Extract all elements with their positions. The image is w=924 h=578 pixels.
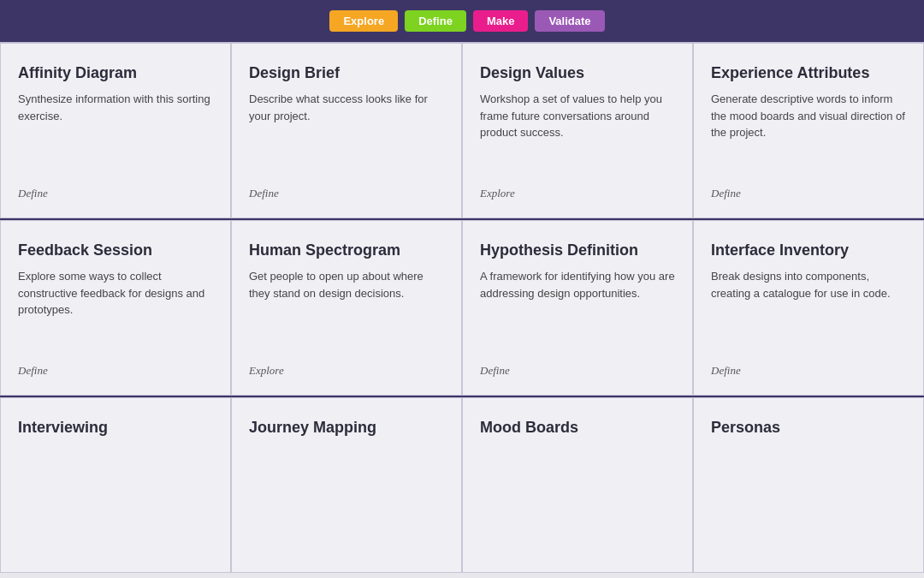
card-title: Interviewing <box>18 419 213 437</box>
card-phase: Define <box>249 187 444 200</box>
card-title: Experience Attributes <box>711 64 906 82</box>
phase-btn-define[interactable]: Define <box>405 10 466 32</box>
card-phase: Define <box>18 187 213 200</box>
card-desc: A framework for identifying how you are … <box>480 268 675 301</box>
card-grid: Affinity DiagramSynthesize information w… <box>0 42 924 573</box>
card-top: Affinity DiagramSynthesize information w… <box>18 64 213 124</box>
card[interactable]: Human SpectrogramGet people to open up a… <box>231 220 462 396</box>
phase-btn-validate[interactable]: Validate <box>535 10 604 32</box>
card-title: Affinity Diagram <box>18 64 213 82</box>
card-desc: Break designs into components, creating … <box>711 268 906 301</box>
card[interactable]: Feedback SessionExplore some ways to col… <box>0 220 231 396</box>
card-desc: Describe what success looks like for you… <box>249 91 444 124</box>
card-top: Interviewing <box>18 419 213 445</box>
card-phase: Define <box>18 364 213 378</box>
card-top: Personas <box>711 419 906 445</box>
phase-btn-explore[interactable]: Explore <box>329 10 398 32</box>
card-title: Hypothesis Definition <box>480 241 675 259</box>
card[interactable]: Hypothesis DefinitionA framework for ide… <box>462 220 693 396</box>
card-title: Personas <box>711 419 906 437</box>
card[interactable]: Journey Mapping <box>231 397 462 573</box>
card-top: Design BriefDescribe what success looks … <box>249 64 444 124</box>
card-title: Design Values <box>480 64 675 82</box>
card-desc: Workshop a set of values to help you fra… <box>480 91 675 141</box>
card[interactable]: Personas <box>693 397 924 573</box>
card-phase: Explore <box>249 364 444 378</box>
card-title: Feedback Session <box>18 241 213 259</box>
card[interactable]: Interface InventoryBreak designs into co… <box>693 220 924 396</box>
card[interactable]: Interviewing <box>0 397 231 573</box>
card-title: Mood Boards <box>480 419 675 437</box>
card[interactable]: Design BriefDescribe what success looks … <box>231 43 462 218</box>
card-phase: Explore <box>480 187 675 200</box>
card[interactable]: Experience AttributesGenerate descriptiv… <box>693 43 924 218</box>
card-phase: Define <box>711 364 906 378</box>
card-title: Journey Mapping <box>249 419 444 437</box>
card-phase: Define <box>480 364 675 378</box>
card-top: Journey Mapping <box>249 419 444 445</box>
phase-buttons: ExploreDefineMakeValidate <box>329 10 604 32</box>
card-top: Feedback SessionExplore some ways to col… <box>18 241 213 319</box>
card[interactable]: Design ValuesWorkshop a set of values to… <box>462 43 693 218</box>
card-top: Design ValuesWorkshop a set of values to… <box>480 64 675 141</box>
card-top: Hypothesis DefinitionA framework for ide… <box>480 241 675 301</box>
card[interactable]: Mood Boards <box>462 397 693 573</box>
header: ExploreDefineMakeValidate <box>0 0 924 42</box>
card-desc: Synthesize information with this sorting… <box>18 91 213 124</box>
card-top: Experience AttributesGenerate descriptiv… <box>711 64 906 141</box>
card-desc: Get people to open up about where they s… <box>249 268 444 301</box>
card-title: Interface Inventory <box>711 241 906 259</box>
card-top: Interface InventoryBreak designs into co… <box>711 241 906 301</box>
phase-btn-make[interactable]: Make <box>473 10 529 32</box>
card-desc: Generate descriptive words to inform the… <box>711 91 906 141</box>
card-top: Mood Boards <box>480 419 675 445</box>
card-title: Human Spectrogram <box>249 241 444 259</box>
card-phase: Define <box>711 187 906 200</box>
card[interactable]: Affinity DiagramSynthesize information w… <box>0 43 231 218</box>
card-title: Design Brief <box>249 64 444 82</box>
card-top: Human SpectrogramGet people to open up a… <box>249 241 444 301</box>
card-desc: Explore some ways to collect constructiv… <box>18 268 213 319</box>
